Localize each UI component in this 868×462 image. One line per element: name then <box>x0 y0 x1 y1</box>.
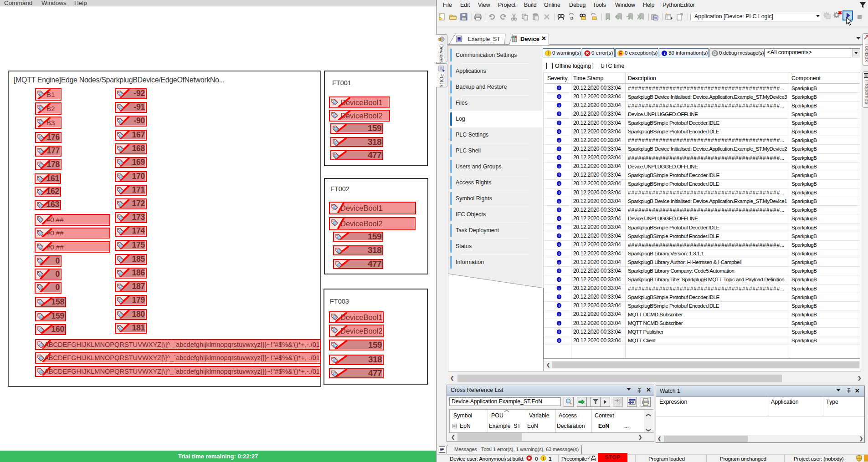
svg-text:B: B <box>570 16 574 20</box>
